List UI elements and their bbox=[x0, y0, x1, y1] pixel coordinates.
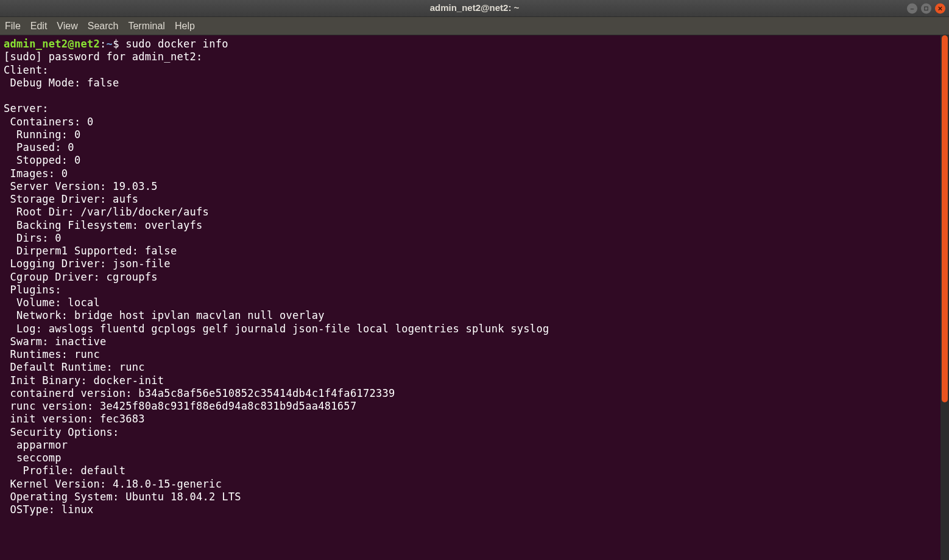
output-line: Storage Driver: aufs bbox=[4, 193, 138, 205]
terminal-content[interactable]: admin_net2@net2:~$ sudo docker info [sud… bbox=[0, 35, 949, 519]
close-button[interactable] bbox=[935, 3, 945, 13]
output-line: Server: bbox=[4, 102, 49, 114]
output-line: Dirperm1 Supported: false bbox=[4, 245, 177, 257]
output-line: Root Dir: /var/lib/docker/aufs bbox=[4, 206, 209, 218]
menu-help[interactable]: Help bbox=[175, 20, 195, 32]
output-line: Stopped: 0 bbox=[4, 154, 80, 166]
scrollbar-thumb[interactable] bbox=[942, 35, 948, 402]
output-line: OSType: linux bbox=[4, 503, 94, 516]
menu-file[interactable]: File bbox=[5, 20, 21, 32]
menu-terminal[interactable]: Terminal bbox=[128, 20, 164, 32]
output-line: Network: bridge host ipvlan macvlan null… bbox=[4, 309, 325, 321]
output-line: Operating System: Ubuntu 18.04.2 LTS bbox=[4, 491, 241, 503]
maximize-button[interactable] bbox=[921, 3, 931, 13]
output-line: Paused: 0 bbox=[4, 141, 74, 153]
close-icon bbox=[937, 5, 943, 11]
output-line: Init Binary: docker-init bbox=[4, 374, 164, 387]
prompt-path: ~ bbox=[107, 38, 113, 50]
output-line: apparmor bbox=[4, 439, 68, 451]
output-line: Client: bbox=[4, 64, 49, 76]
output-line: Runtimes: runc bbox=[4, 348, 100, 360]
output-line: Server Version: 19.03.5 bbox=[4, 180, 158, 192]
maximize-icon bbox=[923, 5, 929, 11]
output-line: Security Options: bbox=[4, 426, 119, 438]
title-bar: admin_net2@net2: ~ bbox=[0, 0, 949, 17]
output-line: Running: 0 bbox=[4, 128, 80, 141]
prompt-command: sudo docker info bbox=[125, 38, 228, 50]
output-line: [sudo] password for admin_net2: bbox=[4, 51, 203, 63]
output-line: Volume: local bbox=[4, 296, 100, 309]
output-line: Plugins: bbox=[4, 284, 62, 296]
svg-rect-1 bbox=[925, 7, 928, 10]
output-line: Dirs: 0 bbox=[4, 232, 62, 244]
output-line: Profile: default bbox=[4, 464, 125, 477]
output-line: Logging Driver: json-file bbox=[4, 257, 171, 270]
menu-search[interactable]: Search bbox=[88, 20, 119, 32]
output-line: Kernel Version: 4.18.0-15-generic bbox=[4, 478, 222, 490]
output-line: Containers: 0 bbox=[4, 116, 94, 128]
output-line: Log: awslogs fluentd gcplogs gelf journa… bbox=[4, 323, 549, 335]
window-controls bbox=[907, 3, 945, 13]
prompt-user-host: admin_net2@net2 bbox=[4, 38, 100, 50]
output-line: Backing Filesystem: overlayfs bbox=[4, 219, 203, 231]
output-line: Default Runtime: runc bbox=[4, 361, 145, 373]
scrollbar[interactable] bbox=[940, 35, 949, 560]
menu-view[interactable]: View bbox=[57, 20, 77, 32]
output-line: Debug Mode: false bbox=[4, 77, 119, 89]
output-line: Images: 0 bbox=[4, 167, 68, 180]
output-line: init version: fec3683 bbox=[4, 413, 145, 425]
output-line: Cgroup Driver: cgroupfs bbox=[4, 271, 158, 283]
prompt-line: admin_net2@net2:~$ sudo docker info bbox=[4, 38, 228, 50]
minimize-icon bbox=[909, 5, 915, 11]
minimize-button[interactable] bbox=[907, 3, 917, 13]
menu-edit[interactable]: Edit bbox=[30, 20, 48, 32]
window-title: admin_net2@net2: ~ bbox=[430, 2, 520, 14]
prompt-dollar: $ bbox=[113, 38, 125, 50]
output-line: containerd version: b34a5c8af56e510852c3… bbox=[4, 387, 395, 399]
prompt-colon: : bbox=[100, 38, 107, 50]
output-line: Swarm: inactive bbox=[4, 335, 107, 348]
output-line: seccomp bbox=[4, 452, 62, 464]
menu-bar: File Edit View Search Terminal Help bbox=[0, 17, 949, 35]
output-line: runc version: 3e425f80a8c931f88e6d94a8c8… bbox=[4, 400, 356, 412]
